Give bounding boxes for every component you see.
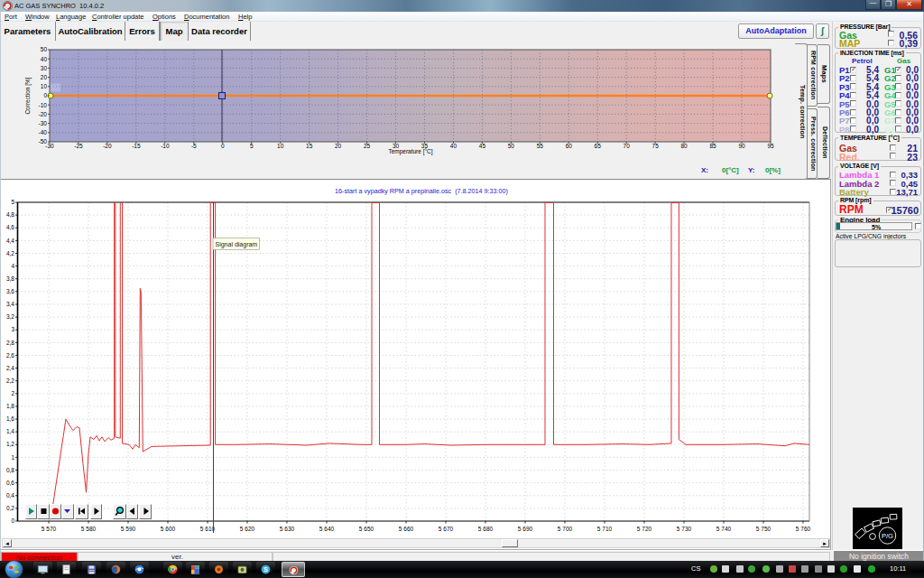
svg-text:65: 65 bbox=[595, 143, 602, 149]
svg-text:2,4: 2,4 bbox=[6, 365, 14, 371]
svg-text:0,8: 0,8 bbox=[6, 467, 14, 473]
svg-text:80: 80 bbox=[681, 143, 688, 149]
svg-text:4,4: 4,4 bbox=[6, 238, 14, 244]
svg-text:-30: -30 bbox=[45, 143, 54, 149]
svg-text:45: 45 bbox=[479, 143, 486, 149]
svg-text:5 700: 5 700 bbox=[558, 526, 573, 532]
svg-text:0,2: 0,2 bbox=[6, 505, 14, 511]
svg-text:50: 50 bbox=[41, 46, 48, 52]
svg-text:75: 75 bbox=[652, 143, 660, 149]
svg-text:3,8: 3,8 bbox=[6, 275, 14, 282]
svg-text:-10: -10 bbox=[39, 102, 48, 108]
svg-text:5 730: 5 730 bbox=[677, 526, 692, 532]
svg-text:5: 5 bbox=[11, 199, 14, 205]
svg-text:5 690: 5 690 bbox=[518, 526, 533, 532]
svg-text:5 660: 5 660 bbox=[399, 526, 414, 532]
svg-text:3: 3 bbox=[11, 326, 14, 332]
svg-text:4,2: 4,2 bbox=[6, 250, 14, 256]
svg-text:3,4: 3,4 bbox=[6, 301, 14, 307]
svg-text:5 620: 5 620 bbox=[240, 526, 255, 532]
svg-text:5 740: 5 740 bbox=[716, 526, 732, 532]
svg-text:-20: -20 bbox=[103, 143, 112, 149]
svg-text:1: 1 bbox=[11, 454, 14, 461]
svg-text:-25: -25 bbox=[74, 143, 83, 149]
svg-text:3,2: 3,2 bbox=[6, 313, 14, 320]
svg-text:90: 90 bbox=[738, 143, 745, 149]
svg-text:5 680: 5 680 bbox=[478, 526, 494, 532]
svg-text:-30: -30 bbox=[39, 120, 48, 126]
svg-text:S: S bbox=[263, 565, 268, 573]
svg-text:Temperature [°C]: Temperature [°C] bbox=[388, 148, 432, 155]
svg-text:85: 85 bbox=[709, 143, 716, 149]
svg-text:5 570: 5 570 bbox=[42, 526, 57, 532]
svg-text:20: 20 bbox=[335, 143, 342, 149]
svg-text:0: 0 bbox=[43, 92, 47, 98]
svg-text:16-start a vypadky RPM a prepi: 16-start a vypadky RPM a prepinalie.osc … bbox=[335, 187, 508, 195]
svg-text:-10: -10 bbox=[161, 143, 170, 149]
svg-text:5 720: 5 720 bbox=[637, 526, 652, 532]
svg-text:-15: -15 bbox=[132, 143, 141, 149]
svg-text:5 630: 5 630 bbox=[280, 526, 295, 532]
svg-text:5 750: 5 750 bbox=[756, 526, 772, 532]
svg-text:Signal diagram: Signal diagram bbox=[216, 241, 258, 248]
svg-text:-20: -20 bbox=[39, 111, 48, 117]
svg-text:5 760: 5 760 bbox=[796, 526, 811, 532]
svg-text:95: 95 bbox=[767, 143, 774, 149]
svg-text:0,4: 0,4 bbox=[6, 492, 14, 499]
svg-text:30: 30 bbox=[41, 65, 48, 71]
svg-text:5 670: 5 670 bbox=[439, 526, 454, 532]
svg-text:P/G: P/G bbox=[882, 532, 893, 540]
svg-text:20: 20 bbox=[41, 74, 48, 80]
svg-text:1,4: 1,4 bbox=[6, 428, 14, 434]
svg-text:0: 0 bbox=[11, 517, 14, 524]
svg-text:10: 10 bbox=[41, 83, 48, 89]
svg-text:10: 10 bbox=[277, 143, 284, 149]
svg-text:3,6: 3,6 bbox=[6, 288, 14, 294]
svg-text:40: 40 bbox=[450, 143, 457, 149]
svg-text:2,8: 2,8 bbox=[6, 340, 14, 346]
svg-text:4,6: 4,6 bbox=[6, 224, 14, 230]
svg-text:2,2: 2,2 bbox=[6, 378, 14, 384]
svg-text:5 580: 5 580 bbox=[81, 526, 97, 532]
svg-text:5 590: 5 590 bbox=[121, 526, 136, 532]
svg-text:4: 4 bbox=[11, 263, 14, 269]
svg-text:5 640: 5 640 bbox=[319, 526, 335, 532]
svg-text:5: 5 bbox=[250, 143, 254, 149]
svg-text:2: 2 bbox=[11, 390, 14, 396]
svg-text:5 710: 5 710 bbox=[597, 526, 613, 532]
svg-text:50: 50 bbox=[508, 143, 515, 149]
svg-text:0: 0 bbox=[221, 143, 225, 149]
svg-text:Correction [%]: Correction [%] bbox=[24, 77, 32, 114]
svg-text:15: 15 bbox=[306, 143, 313, 149]
svg-text:40: 40 bbox=[41, 56, 48, 62]
svg-text:1,8: 1,8 bbox=[6, 403, 14, 409]
svg-text:55: 55 bbox=[537, 143, 544, 149]
svg-text:4,8: 4,8 bbox=[6, 211, 14, 218]
svg-text:-40: -40 bbox=[39, 129, 48, 135]
svg-text:0,6: 0,6 bbox=[6, 480, 14, 486]
svg-text:25: 25 bbox=[364, 143, 371, 149]
svg-text:5 650: 5 650 bbox=[359, 526, 374, 532]
svg-text:60: 60 bbox=[566, 143, 573, 149]
svg-text:-5: -5 bbox=[191, 143, 197, 149]
svg-text:5 600: 5 600 bbox=[161, 526, 176, 532]
svg-text:1,6: 1,6 bbox=[6, 415, 14, 422]
svg-text:2,6: 2,6 bbox=[6, 352, 14, 359]
svg-text:70: 70 bbox=[624, 143, 631, 149]
svg-text:1,2: 1,2 bbox=[6, 441, 14, 447]
